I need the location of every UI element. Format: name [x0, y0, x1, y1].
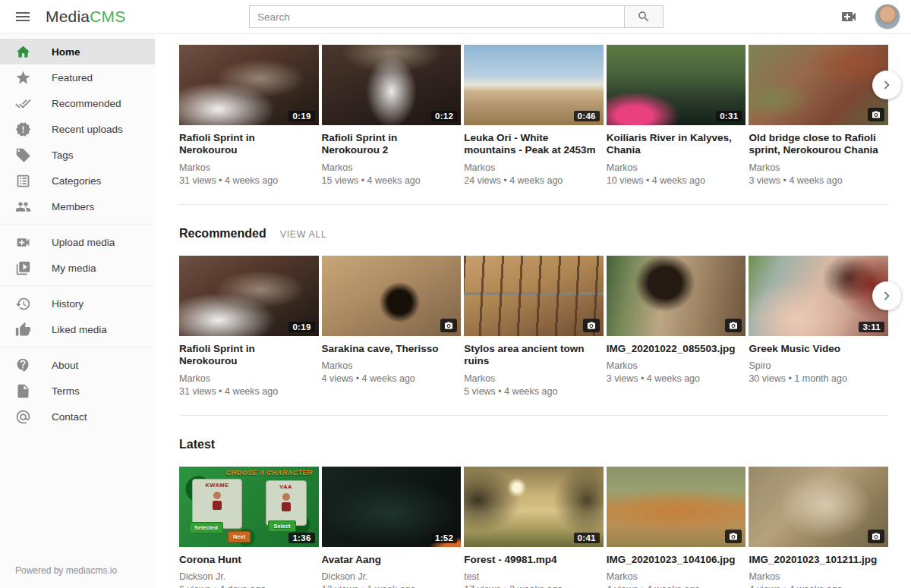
media-title[interactable]: Corona Hunt [179, 554, 319, 566]
card-grid: 0:19Rafioli Sprint in NerokourouMarkos31… [179, 45, 888, 186]
search-input[interactable] [249, 5, 624, 28]
duration-badge: 0:19 [288, 322, 314, 332]
character-sprite [212, 492, 222, 511]
media-thumbnail[interactable]: 0:31 [607, 45, 746, 125]
sidebar-item-recent-uploads[interactable]: Recent uploads [0, 116, 155, 142]
carousel-next-button[interactable] [872, 71, 901, 99]
media-title[interactable]: Old bridge close to Rafioli sprint, Nero… [749, 132, 888, 157]
media-author[interactable]: Spiro [749, 360, 888, 371]
media-thumbnail[interactable]: CHOOSE A CHARACTERKWAMEVAASelectedNextSe… [179, 467, 319, 547]
carousel-next-button[interactable] [872, 281, 901, 310]
sidebar-item-label: History [52, 298, 84, 310]
media-title[interactable]: IMG_20201023_104106.jpg [607, 554, 746, 566]
media-card[interactable]: 1:52Avatar AangDickson Jr.12 views • 1 w… [322, 467, 462, 588]
media-thumbnail[interactable] [749, 467, 888, 547]
game-selected-button: Selected [189, 522, 223, 533]
sidebar-item-liked-media[interactable]: Liked media [0, 316, 155, 342]
menu-icon[interactable] [14, 8, 32, 26]
media-thumbnail[interactable] [749, 45, 888, 125]
media-title[interactable]: Sarakina cave, Therisso [322, 343, 462, 355]
media-card[interactable]: 0:46Leuka Ori - White mountains - Peak a… [464, 45, 604, 186]
view-all-link[interactable]: VIEW ALL [280, 229, 327, 240]
media-author[interactable]: Markos [607, 162, 746, 173]
media-thumbnail[interactable] [322, 256, 462, 336]
media-author[interactable]: Markos [607, 571, 746, 582]
media-title[interactable]: Rafioli Sprint in Nerokourou 2 [322, 132, 462, 157]
sidebar-item-upload-media[interactable]: Upload media [0, 229, 155, 255]
media-thumbnail[interactable]: 0:19 [179, 45, 319, 125]
app-logo[interactable]: MediaCMS [46, 8, 125, 26]
media-thumbnail[interactable]: 1:52 [322, 467, 462, 547]
sidebar-item-about[interactable]: About [0, 352, 155, 378]
media-thumbnail[interactable] [607, 256, 746, 336]
media-title[interactable]: IMG_20201023_101211.jpg [749, 554, 888, 566]
camera-badge-icon [725, 530, 742, 543]
user-avatar[interactable] [875, 4, 900, 30]
media-author[interactable]: Markos [464, 373, 604, 384]
media-card[interactable]: 0:12Rafioli Sprint in Nerokourou 2Markos… [322, 45, 462, 186]
search-button[interactable] [624, 5, 664, 28]
media-author[interactable]: Markos [607, 360, 746, 371]
media-card[interactable]: Sarakina cave, TherissoMarkos4 views • 4… [322, 256, 462, 397]
media-card[interactable]: 3:11Greek Music VideoSpiro30 views • 1 m… [749, 256, 888, 397]
media-card[interactable]: IMG_20201023_101211.jpgMarkos4 views • 4… [749, 467, 888, 588]
sidebar-item-members[interactable]: Members [0, 193, 155, 219]
media-card[interactable]: 0:31Koiliaris River in Kalyves, ChaniaMa… [607, 45, 746, 186]
media-meta: 15 views • 4 weeks ago [322, 175, 462, 186]
character-panel-right: VAA [266, 480, 307, 526]
media-author[interactable]: Markos [322, 162, 462, 173]
media-title[interactable]: Greek Music Video [749, 343, 888, 355]
media-thumbnail[interactable]: 3:11 [749, 256, 888, 336]
sidebar-item-my-media[interactable]: My media [0, 255, 155, 281]
media-thumbnail[interactable]: 0:46 [464, 45, 604, 125]
media-thumbnail[interactable]: 0:19 [179, 256, 319, 336]
media-author[interactable]: Markos [749, 571, 888, 582]
duration-badge: 0:12 [431, 111, 457, 121]
sidebar-item-categories[interactable]: Categories [0, 168, 155, 193]
media-card[interactable]: 0:19Rafioli Sprint in NerokourouMarkos31… [179, 256, 319, 397]
duration-badge: 1:52 [431, 533, 457, 543]
media-title[interactable]: Koiliaris River in Kalyves, Chania [607, 132, 746, 157]
media-title[interactable]: Avatar Aang [322, 554, 462, 566]
sidebar-item-terms[interactable]: Terms [0, 378, 155, 404]
media-title[interactable]: Leuka Ori - White mountains - Peak at 24… [464, 132, 604, 157]
media-card[interactable]: 0:41Forest - 49981.mp4test17 views • 3 w… [464, 467, 604, 588]
media-thumbnail[interactable]: 0:12 [322, 45, 462, 125]
media-title[interactable]: IMG_20201022_085503.jpg [607, 343, 746, 355]
game-select-button: Select [268, 520, 295, 532]
media-card[interactable]: IMG_20201023_104106.jpgMarkos4 views • 4… [607, 467, 746, 588]
media-title[interactable]: Stylos area ancient town ruins [464, 343, 604, 368]
sidebar-item-contact[interactable]: Contact [0, 404, 155, 429]
media-meta: 4 views • 4 weeks ago [749, 584, 888, 588]
sidebar-item-featured[interactable]: Featured [0, 64, 155, 90]
media-thumbnail[interactable]: 0:41 [464, 467, 604, 547]
media-card[interactable]: Stylos area ancient town ruinsMarkos5 vi… [464, 256, 604, 397]
media-thumbnail[interactable] [607, 467, 746, 547]
sidebar-item-home[interactable]: Home [0, 39, 155, 64]
media-author[interactable]: test [464, 571, 604, 582]
media-title[interactable]: Rafioli Sprint in Nerokourou [179, 132, 319, 157]
powered-by-text[interactable]: Powered by mediacms.io [0, 555, 155, 588]
media-author[interactable]: Markos [179, 373, 319, 384]
media-meta: 17 views • 3 weeks ago [464, 584, 604, 588]
media-thumbnail[interactable] [464, 256, 604, 336]
sidebar-item-label: Terms [52, 385, 80, 397]
media-card[interactable]: Old bridge close to Rafioli sprint, Nero… [749, 45, 888, 186]
upload-video-icon[interactable] [840, 8, 858, 26]
media-author[interactable]: Markos [322, 360, 462, 371]
media-author[interactable]: Dickson Jr. [179, 571, 319, 582]
sidebar-item-tags[interactable]: Tags [0, 142, 155, 168]
media-card[interactable]: 0:19Rafioli Sprint in NerokourouMarkos31… [179, 45, 319, 186]
media-author[interactable]: Dickson Jr. [322, 571, 462, 582]
section-recommended: RecommendedVIEW ALL0:19Rafioli Sprint in… [179, 227, 888, 416]
media-meta: 31 views • 4 weeks ago [179, 175, 319, 186]
media-title[interactable]: Rafioli Sprint in Nerokourou [179, 343, 319, 368]
media-card[interactable]: CHOOSE A CHARACTERKWAMEVAASelectedNextSe… [179, 467, 319, 588]
media-author[interactable]: Markos [464, 162, 604, 173]
sidebar-item-recommended[interactable]: Recommended [0, 90, 155, 116]
media-author[interactable]: Markos [179, 162, 319, 173]
media-title[interactable]: Forest - 49981.mp4 [464, 554, 604, 566]
media-card[interactable]: IMG_20201022_085503.jpgMarkos3 views • 4… [607, 256, 746, 397]
sidebar-item-history[interactable]: History [0, 291, 155, 316]
media-author[interactable]: Markos [749, 162, 888, 173]
